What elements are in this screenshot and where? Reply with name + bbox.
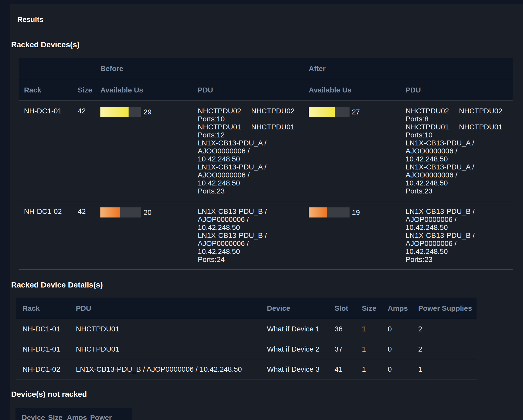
pdu-line: Ports:10 [198,115,301,123]
power-supplies-cell: 2 [412,319,477,339]
devices-not-racked-heading: Device(s) not racked [10,390,523,399]
group-header-spacer [400,58,513,79]
available-us-after-cell: 27 [303,101,400,201]
pdu-line: 10.42.248.50 [406,179,510,187]
column-header-pdu-before: PDU [192,79,303,100]
pdu-line: 10.42.248.50 [198,179,301,187]
pdu-line: LN1X-CB13-PDU_B / [198,207,301,215]
table-row: NH-DC1-02 LN1X-CB13-PDU_B / AJOP0000006 … [16,359,477,379]
not-racked-header-row: Device Size Amps Power Supplies [15,408,132,420]
column-header-device: Device [15,408,42,420]
table-row: NH-DC1-01 NHCTPDU01 What if Device 2 37 … [16,339,477,359]
racked-devices-group-header-row: Before After [19,58,513,79]
pdu-line: AJOO0000006 / [198,171,301,179]
slot-cell: 41 [328,359,356,379]
power-supplies-cell: 1 [412,359,477,379]
pdu-line: Ports:8 [406,115,510,123]
pdu-line: AJOP0000006 / [198,239,301,247]
column-header-available-us-after: Available Us [303,79,400,100]
device-cell: What if Device 3 [261,359,328,379]
results-panel-header: Results [10,4,523,35]
column-header-rack: Rack [19,79,72,100]
devices-not-racked-table: Device Size Amps Power Supplies [15,408,132,420]
pdu-line: NHCTPDU02 NHCTPDU02 [406,107,510,115]
pdu-line: AJOO0000006 / [198,147,301,155]
pdu-line: AJOP0000006 / [406,215,510,223]
racked-devices-heading: Racked Devices(s) [10,40,523,49]
pdu-before-cell: LN1X-CB13-PDU_B / AJOP0000006 / 10.42.24… [192,201,303,269]
column-header-power-supplies: Power Supplies [412,298,477,319]
availability-bar [100,107,141,117]
racked-device-details-table: Rack PDU Device Slot Size Amps Power Sup… [16,298,477,379]
available-us-before-cell: 20 [95,201,192,269]
pdu-line: NHCTPDU02 NHCTPDU02 [198,107,301,115]
pdu-line: LN1X-CB13-PDU_A / [406,139,510,147]
pdu-line: Ports:12 [198,131,301,139]
device-cell: What if Device 2 [261,339,328,359]
size-cell: 1 [356,359,382,379]
table-row: NH-DC1-01 NHCTPDU01 What if Device 1 36 … [16,319,477,339]
pdu-line: Ports:10 [406,131,510,139]
available-us-value: 27 [352,108,360,116]
column-header-amps: Amps [61,408,84,420]
pdu-line: LN1X-CB13-PDU_A / [406,163,510,171]
pdu-line: 10.42.248.50 [198,155,301,163]
pdu-line: 10.42.248.50 [406,155,510,163]
column-header-slot: Slot [328,298,356,319]
pdu-line: AJOP0000006 / [198,215,301,223]
table-row: NH-DC1-02 42 20 LN1X-CB13-PDU_B / AJOP00… [19,201,513,270]
available-us-value: 20 [144,208,152,216]
pdu-line: Ports:24 [198,255,301,263]
column-header-size: Size [72,79,95,100]
available-us-after-cell: 19 [303,201,400,269]
device-cell: What if Device 1 [261,319,328,339]
group-header-spacer [72,58,95,79]
pdu-line: NHCTPDU01 NHCTPDU01 [198,123,301,131]
rack-cell: NH-DC1-01 [16,319,70,339]
availability-bar [309,207,350,217]
pdu-line: Ports:23 [406,187,510,195]
column-header-pdu-after: PDU [400,79,513,100]
column-header-size: Size [42,408,61,420]
pdu-line: 10.42.248.50 [198,247,301,255]
rack-cell: NH-DC1-02 [16,359,70,379]
pdu-line: LN1X-CB13-PDU_B / [198,231,301,239]
pdu-line: 10.42.248.50 [406,223,510,231]
pdu-after-cell: NHCTPDU02 NHCTPDU02 Ports:8 NHCTPDU01 NH… [400,101,513,201]
pdu-before-cell: NHCTPDU02 NHCTPDU02 Ports:10 NHCTPDU01 N… [192,101,303,201]
pdu-line: NHCTPDU01 NHCTPDU01 [406,123,510,131]
racked-devices-table: Before After Rack Size Available Us PDU … [19,58,513,270]
available-us-value: 29 [144,108,152,116]
rack-cell: NH-DC1-02 [19,201,72,269]
pdu-line: AJOO0000006 / [406,147,510,155]
results-panel: Results Racked Devices(s) Before After R… [10,4,523,420]
group-header-before: Before [95,58,192,79]
pdu-line: LN1X-CB13-PDU_A / [198,163,301,171]
page-title: Results [17,15,43,24]
pdu-line: 10.42.248.50 [406,247,510,255]
slot-cell: 36 [328,319,356,339]
column-header-available-us-before: Available Us [95,79,192,100]
racked-device-details-heading: Racked Device Details(s) [10,281,523,289]
available-us-before-cell: 29 [95,101,192,201]
column-header-device: Device [261,298,328,319]
size-cell: 1 [356,319,382,339]
column-header-size: Size [356,298,382,319]
size-cell: 42 [72,101,95,201]
pdu-cell: LN1X-CB13-PDU_B / AJOP0000006 / 10.42.24… [70,359,261,379]
pdu-cell: NHCTPDU01 [70,339,261,359]
group-header-after: After [303,58,400,79]
pdu-after-cell: LN1X-CB13-PDU_B / AJOP0000006 / 10.42.24… [400,201,513,269]
column-header-rack: Rack [16,298,70,319]
pdu-line: Ports:23 [406,255,510,263]
pdu-line: AJOP0000006 / [406,239,510,247]
pdu-line: Ports:23 [198,187,301,195]
pdu-line: LN1X-CB13-PDU_A / [198,139,301,147]
column-header-amps: Amps [382,298,412,319]
size-cell: 42 [72,201,95,269]
availability-bar [309,107,350,117]
pdu-line: LN1X-CB13-PDU_B / [406,231,510,239]
pdu-line: LN1X-CB13-PDU_B / [406,207,510,215]
group-header-spacer [19,58,72,79]
amps-cell: 0 [382,319,412,339]
